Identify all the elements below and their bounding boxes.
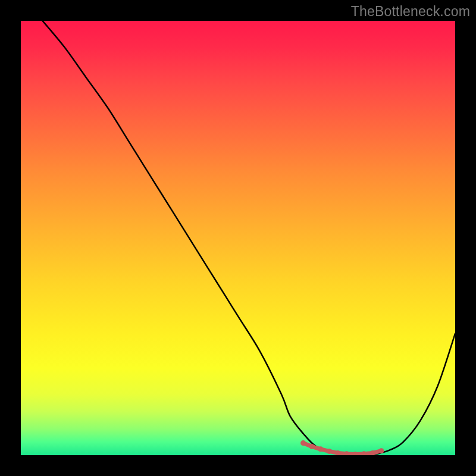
watermark-text: TheBottleneck.com [351,4,470,20]
optimal-range-markers [300,440,384,455]
chart-container: TheBottleneck.com [0,0,476,476]
chart-svg [21,21,455,455]
svg-point-9 [378,448,384,453]
plot-area [21,21,455,455]
bottleneck-curve-line [43,21,456,455]
svg-point-3 [327,449,332,454]
svg-point-2 [318,446,323,452]
svg-point-1 [309,444,315,449]
svg-point-0 [300,440,306,446]
